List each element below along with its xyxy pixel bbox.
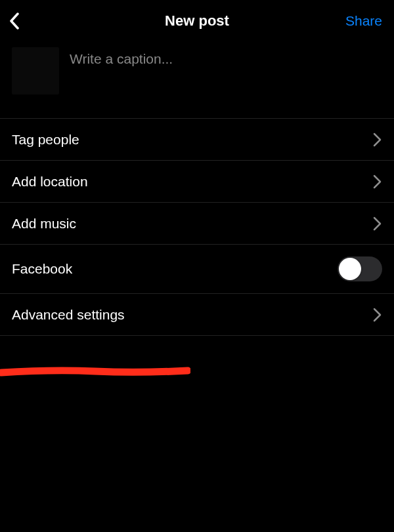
add-location-label: Add location bbox=[12, 174, 88, 190]
facebook-toggle[interactable] bbox=[338, 256, 382, 281]
share-button[interactable]: Share bbox=[345, 13, 382, 29]
tag-people-label: Tag people bbox=[12, 132, 79, 148]
annotation-underline bbox=[0, 366, 190, 378]
chevron-right-icon bbox=[373, 308, 382, 322]
chevron-right-icon bbox=[373, 174, 382, 189]
chevron-right-icon bbox=[373, 133, 382, 147]
chevron-right-icon bbox=[373, 216, 382, 231]
header: New post Share bbox=[0, 0, 394, 39]
add-location-row[interactable]: Add location bbox=[0, 161, 394, 203]
options-list: Tag people Add location Add music Facebo… bbox=[0, 118, 394, 336]
page-title: New post bbox=[165, 12, 229, 30]
tag-people-row[interactable]: Tag people bbox=[0, 119, 394, 161]
facebook-label: Facebook bbox=[12, 261, 72, 277]
caption-area bbox=[0, 39, 394, 118]
chevron-left-icon bbox=[9, 12, 21, 30]
post-thumbnail[interactable] bbox=[12, 47, 59, 94]
facebook-row: Facebook bbox=[0, 245, 394, 294]
back-button[interactable] bbox=[9, 11, 29, 31]
add-music-row[interactable]: Add music bbox=[0, 203, 394, 245]
toggle-knob bbox=[339, 258, 361, 280]
advanced-settings-row[interactable]: Advanced settings bbox=[0, 294, 394, 336]
advanced-settings-label: Advanced settings bbox=[12, 307, 125, 323]
add-music-label: Add music bbox=[12, 216, 76, 232]
caption-input[interactable] bbox=[70, 47, 382, 87]
